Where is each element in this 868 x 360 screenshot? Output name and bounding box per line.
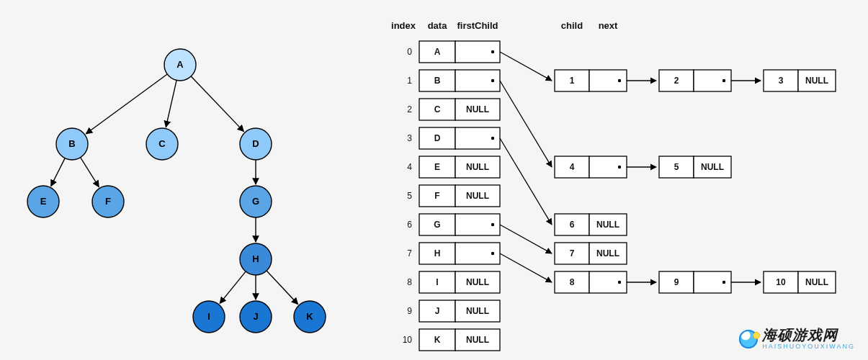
diagram-canvas: ABCDEFGHIJKindexdatafirstChildchildnext0… [0,0,868,360]
cell-data-text: E [434,162,440,172]
childnode-child-text: 2 [674,76,679,86]
tree-node-label: B [68,138,75,149]
tree-edge [166,80,176,127]
pointer-dot [618,166,621,168]
tree-node-label: J [253,311,258,322]
index-label: 6 [407,220,412,230]
tree-node-label: K [306,311,313,322]
pointer-arrow [500,225,552,253]
pointer-dot [618,79,621,82]
childnode-child-text: 8 [570,277,575,287]
pointer-arrow [500,253,552,282]
childnode-child-text: 7 [570,248,575,258]
childnode-next-text: NULL [805,277,828,287]
logo-icon [739,330,758,348]
childnode-next [589,70,627,91]
index-label: 7 [407,248,412,258]
pointer-dot [722,281,725,284]
cell-data-text: J [435,306,440,316]
pointer-dot [491,223,494,226]
childnode-next [589,271,627,293]
header-firstchild: firstChild [457,20,498,31]
childnode-child-text: 1 [570,76,575,86]
childnode-child-text: 4 [570,162,575,172]
tree-node-label: E [40,196,47,207]
childnode-child-text: 3 [779,76,784,86]
header-index: index [391,20,416,31]
childnode-next [694,271,731,293]
childnode-child-text: 5 [674,162,679,172]
cell-firstchild-text: NULL [466,277,489,287]
childnode-next-text: NULL [701,162,724,172]
pointer-dot [491,50,494,53]
childnode-next-text: NULL [596,220,619,230]
pointer-arrow [500,52,552,81]
childnode-next-text: NULL [805,76,828,86]
cell-data-text: I [436,277,438,287]
cell-data-text: A [434,47,441,57]
tree-node-label: G [252,196,259,207]
cell-data-text: K [434,335,441,345]
tree-node-label: C [158,138,166,149]
cell-firstchild-text: NULL [466,104,489,114]
cell-data-text: B [434,76,441,86]
index-label: 5 [407,191,412,201]
childnode-child-text: 9 [674,277,679,287]
header-next: next [599,20,618,31]
pointer-arrow [500,138,552,225]
tree-edge [86,74,167,134]
pointer-arrow [500,81,552,167]
tree-node-label: I [207,311,210,322]
cell-firstchild-text: NULL [466,191,489,201]
pointer-dot [491,252,494,255]
index-label: 1 [407,76,412,86]
watermark-text-cn: 海硕游戏网 [762,328,855,342]
index-label: 2 [407,104,412,114]
tree-edge [267,271,298,304]
cell-firstchild-text: NULL [466,335,489,345]
cell-data-text: F [434,191,439,201]
tree-edge [220,271,246,303]
pointer-dot [722,79,725,82]
cell-data-text: D [434,133,441,143]
index-label: 10 [403,335,413,345]
index-label: 9 [407,306,412,316]
childnode-child-text: 6 [570,220,575,230]
tree-node-label: H [252,253,259,264]
tree-edge [51,158,65,186]
cell-data-text: H [434,248,441,258]
pointer-dot [618,281,621,284]
cell-data-text: C [434,104,441,114]
cell-firstchild-text: NULL [466,162,489,172]
index-label: 4 [407,162,412,172]
watermark-logo: 海硕游戏网 HAISHUOYOUXIWANG [739,328,855,350]
tree-node-label: A [176,59,184,70]
diagram-svg: ABCDEFGHIJKindexdatafirstChildchildnext0… [0,0,868,360]
tree-node-label: F [105,196,111,207]
childnode-next [694,70,731,91]
header-data: data [428,20,448,31]
index-label: 3 [407,133,412,143]
tree-edge [81,158,99,187]
childnode-next [589,156,627,178]
index-label: 8 [407,277,412,287]
watermark-text-en: HAISHUOYOUXIWANG [762,343,855,350]
cell-firstchild-text: NULL [466,306,489,316]
cell-data-text: G [434,220,440,230]
pointer-dot [491,79,494,82]
pointer-dot [491,137,494,140]
childnode-child-text: 10 [776,277,786,287]
index-label: 0 [407,47,412,57]
tree-node-label: D [252,138,259,149]
header-child: child [561,20,583,31]
childnode-next-text: NULL [596,248,619,258]
tree-edge [191,76,243,132]
